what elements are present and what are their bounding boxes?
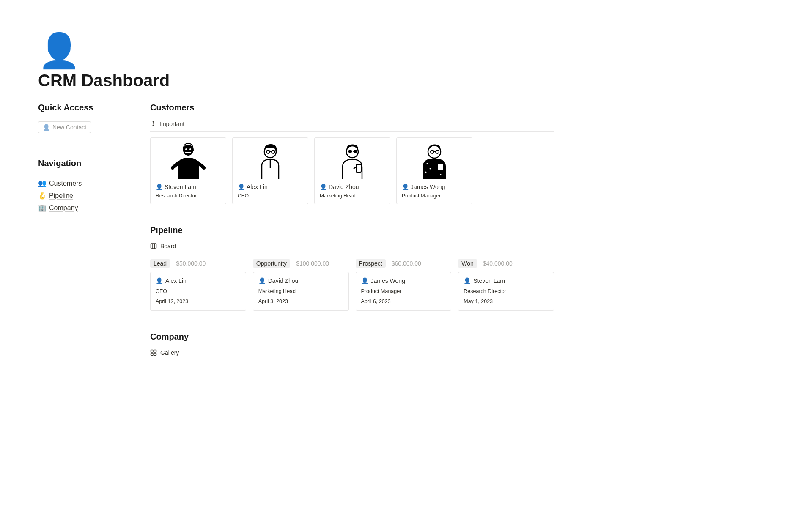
view-tab-gallery[interactable]: Gallery	[150, 346, 554, 359]
new-contact-button[interactable]: 👤 New Contact	[38, 121, 91, 133]
pipeline-card-date: May 1, 2023	[464, 299, 549, 304]
pipeline-card-role: Product Manager	[361, 288, 446, 294]
column-tag[interactable]: Won	[458, 259, 477, 268]
pipeline-card-date: April 6, 2023	[361, 299, 446, 304]
quick-access-header: Quick Access	[38, 103, 133, 112]
svg-point-19	[425, 172, 427, 173]
customer-avatar-illustration	[397, 138, 472, 179]
pipeline-card-name: David Zhou	[268, 277, 299, 284]
svg-point-4	[185, 148, 187, 150]
company-header: Company	[150, 332, 554, 342]
sidebar-item-pipeline[interactable]: 🪝 Pipeline	[38, 189, 133, 202]
exclamation-icon: !	[150, 120, 156, 128]
svg-point-0	[183, 145, 193, 156]
customer-card[interactable]: 👤Alex Lin CEO	[232, 137, 308, 204]
building-icon: 🏢	[38, 204, 47, 212]
svg-point-18	[430, 168, 431, 170]
column-tag[interactable]: Opportunity	[253, 259, 290, 268]
sidebar-item-customers[interactable]: 👥 Customers	[38, 177, 133, 189]
sidebar-item-company[interactable]: 🏢 Company	[38, 202, 133, 214]
silhouettes-icon: 👥	[38, 179, 47, 187]
column-amount: $40,000.00	[483, 260, 513, 267]
customer-avatar-illustration	[315, 138, 390, 179]
svg-point-1	[171, 166, 174, 170]
customer-role: CEO	[238, 193, 303, 199]
board-column-lead: Lead $50,000.00 👤Alex Lin CEO April 12, …	[150, 259, 246, 311]
gallery-icon	[150, 349, 157, 356]
person-icon: 👤	[238, 184, 245, 190]
sidebar-item-label: Customers	[49, 180, 82, 187]
person-icon: 👤	[464, 277, 471, 284]
person-icon: 👤	[258, 277, 266, 284]
pipeline-card[interactable]: 👤Alex Lin CEO April 12, 2023	[150, 272, 246, 311]
column-tag[interactable]: Lead	[150, 259, 170, 268]
customer-name: Steven Lam	[165, 184, 196, 190]
customer-role: Research Director	[156, 193, 221, 199]
customer-name: James Wong	[411, 184, 445, 190]
pipeline-card[interactable]: 👤David Zhou Marketing Head April 3, 2023	[253, 272, 349, 311]
svg-point-11	[353, 150, 357, 153]
svg-point-20	[440, 174, 442, 175]
svg-rect-12	[356, 164, 361, 172]
svg-rect-24	[151, 350, 154, 353]
sidebar-item-label: Pipeline	[49, 192, 73, 200]
board-column-opportunity: Opportunity $100,000.00 👤David Zhou Mark…	[253, 259, 349, 311]
customer-role: Marketing Head	[320, 193, 385, 199]
navigation-header: Navigation	[38, 159, 133, 168]
customers-header: Customers	[150, 103, 554, 112]
customer-card[interactable]: 👤David Zhou Marketing Head	[314, 137, 390, 204]
pipeline-card-role: Marketing Head	[258, 288, 343, 294]
pipeline-card-name: Steven Lam	[473, 277, 505, 284]
svg-rect-25	[154, 350, 156, 353]
pipeline-card-date: April 12, 2023	[156, 299, 241, 304]
svg-point-17	[427, 163, 428, 164]
customer-avatar-illustration	[151, 138, 226, 179]
column-amount: $60,000.00	[392, 260, 421, 267]
svg-rect-26	[151, 353, 154, 356]
person-icon: 👤	[320, 184, 327, 190]
column-amount: $100,000.00	[296, 260, 329, 267]
hook-icon: 🪝	[38, 192, 47, 200]
pipeline-card[interactable]: 👤Steven Lam Research Director May 1, 202…	[458, 272, 554, 311]
svg-rect-3	[185, 152, 191, 153]
person-icon: 👤	[156, 277, 163, 284]
view-label: Board	[160, 243, 176, 249]
nav-list: 👥 Customers 🪝 Pipeline 🏢 Company	[38, 177, 133, 214]
view-tab-board[interactable]: Board	[150, 239, 554, 253]
person-icon: 👤	[402, 184, 409, 190]
board-column-prospect: Prospect $60,000.00 👤James Wong Product …	[356, 259, 452, 311]
customer-card[interactable]: 👤Steven Lam Research Director	[150, 137, 226, 204]
pipeline-card[interactable]: 👤James Wong Product Manager April 6, 202…	[356, 272, 452, 311]
customer-name: David Zhou	[329, 184, 359, 190]
person-icon: 👤	[156, 184, 163, 190]
page-title: CRM Dashboard	[38, 71, 554, 90]
view-label: Important	[159, 121, 184, 127]
pipeline-header: Pipeline	[150, 225, 554, 235]
svg-rect-27	[154, 353, 156, 356]
column-tag[interactable]: Prospect	[356, 259, 386, 268]
sidebar-item-label: Company	[49, 204, 78, 212]
pipeline-card-role: Research Director	[464, 288, 549, 294]
view-label: Gallery	[160, 349, 179, 356]
svg-point-2	[202, 166, 206, 170]
svg-point-5	[189, 148, 191, 150]
board-icon	[150, 243, 157, 249]
person-icon: 👤	[43, 124, 50, 131]
customer-card[interactable]: 👤James Wong Product Manager	[396, 137, 472, 204]
page-hero-icon[interactable]: 👤	[38, 34, 554, 68]
customer-role: Product Manager	[402, 193, 467, 199]
svg-point-10	[348, 150, 352, 153]
pipeline-card-role: CEO	[156, 288, 241, 294]
divider	[38, 173, 133, 173]
view-tab-important[interactable]: ! Important	[150, 117, 554, 132]
column-amount: $50,000.00	[176, 260, 206, 267]
customer-avatar-illustration	[233, 138, 308, 179]
new-contact-label: New Contact	[52, 124, 86, 131]
svg-rect-16	[438, 164, 443, 170]
board-column-won: Won $40,000.00 👤Steven Lam Research Dire…	[458, 259, 554, 311]
customer-name: Alex Lin	[247, 184, 268, 190]
pipeline-card-name: James Wong	[371, 277, 405, 284]
svg-rect-21	[151, 244, 156, 249]
pipeline-card-date: April 3, 2023	[258, 299, 343, 304]
divider	[38, 117, 133, 117]
